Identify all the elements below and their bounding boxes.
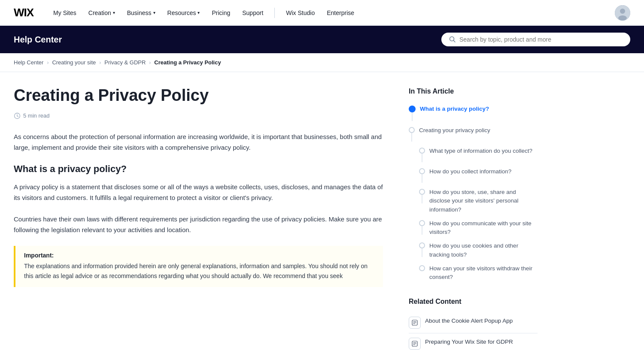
user-avatar[interactable] <box>615 5 630 21</box>
toc-list: What is a privacy policy? Creating your … <box>409 102 538 284</box>
search-box[interactable] <box>441 33 630 46</box>
toc-label-creating[interactable]: Creating your privacy policy <box>419 126 490 135</box>
breadcrumb-current: Creating a Privacy Policy <box>154 59 221 66</box>
svg-line-7 <box>17 116 18 117</box>
section1-para1: A privacy policy is a statement that dis… <box>14 182 383 203</box>
main-layout: Creating a Privacy Policy 5 min read As … <box>0 72 644 354</box>
nav-pricing[interactable]: Pricing <box>206 6 236 20</box>
breadcrumb: Help Center › Creating your site › Priva… <box>0 53 644 72</box>
toc-dot-active <box>409 106 416 112</box>
nav-resources[interactable]: Resources ▾ <box>161 6 206 20</box>
search-icon <box>449 36 456 43</box>
nav-enterprise[interactable]: Enterprise <box>321 6 360 20</box>
sidebar: In This Article What is a privacy policy… <box>409 86 538 354</box>
toc-label-what-is[interactable]: What is a privacy policy? <box>420 105 489 113</box>
nav-wix-studio[interactable]: Wix Studio <box>280 6 321 20</box>
toc-dot <box>419 168 425 174</box>
related-label-cookie: About the Cookie Alert Popup App <box>425 317 513 325</box>
related-title: Related Content <box>409 298 538 306</box>
read-time: 5 min read <box>14 112 383 119</box>
breadcrumb-creating-your-site[interactable]: Creating your site <box>52 59 96 66</box>
nav-creation[interactable]: Creation ▾ <box>82 6 121 20</box>
article-intro: As concerns about the protection of pers… <box>14 131 383 153</box>
wix-logo[interactable]: wix <box>14 6 33 19</box>
chevron-down-icon: ▾ <box>113 10 115 15</box>
important-label: Important: <box>24 252 374 259</box>
breadcrumb-separator: › <box>149 60 151 66</box>
breadcrumb-help-center[interactable]: Help Center <box>14 59 43 66</box>
important-text: The explanations and information provide… <box>24 261 374 281</box>
nav-support[interactable]: Support <box>236 6 269 20</box>
read-time-label: 5 min read <box>23 112 49 119</box>
svg-point-2 <box>618 15 627 21</box>
toc-item-communicate: How do you communicate with your site vi… <box>409 217 538 239</box>
toc-label-how-collect[interactable]: How do you collect information? <box>429 167 511 176</box>
related-label-gdpr-prep: Preparing Your Wix Site for GDPR <box>425 338 513 346</box>
toc-section: In This Article What is a privacy policy… <box>409 88 538 284</box>
svg-point-1 <box>620 9 625 14</box>
breadcrumb-separator: › <box>99 60 101 66</box>
toc-dot <box>419 189 425 195</box>
toc-label-type-info[interactable]: What type of information do you collect? <box>429 147 532 155</box>
section1-para2: Countries have their own laws with diffe… <box>14 214 383 236</box>
toc-label-how-store[interactable]: How do you store, use, share and disclos… <box>429 188 538 214</box>
toc-dot <box>419 148 425 154</box>
nav-links: My Sites Creation ▾ Business ▾ Resources… <box>47 6 615 20</box>
toc-item-creating: Creating your privacy policy <box>409 124 538 144</box>
section1-heading: What is a privacy policy? <box>14 163 383 175</box>
toc-item-type-info: What type of information do you collect? <box>409 144 538 165</box>
nav-right <box>615 5 630 21</box>
toc-item-how-store: How do you store, use, share and disclos… <box>409 185 538 217</box>
related-item-cookie[interactable]: About the Cookie Alert Popup App <box>409 312 538 333</box>
toc-item-withdraw: How can your site visitors withdraw thei… <box>409 262 538 284</box>
help-center-title: Help Center <box>14 35 62 45</box>
breadcrumb-privacy-gdpr[interactable]: Privacy & GDPR <box>104 59 146 66</box>
toc-title: In This Article <box>409 88 538 95</box>
toc-label-communicate[interactable]: How do you communicate with your site vi… <box>429 219 538 237</box>
chevron-down-icon: ▾ <box>153 10 155 15</box>
top-navigation: wix My Sites Creation ▾ Business ▾ Resou… <box>0 0 644 26</box>
search-input[interactable] <box>459 36 623 43</box>
document-icon <box>409 317 421 329</box>
document-icon <box>409 338 421 350</box>
related-item-gdpr-prep[interactable]: Preparing Your Wix Site for GDPR <box>409 333 538 354</box>
toc-label-withdraw[interactable]: How can your site visitors withdraw thei… <box>429 264 538 282</box>
nav-divider <box>274 8 275 18</box>
article-title: Creating a Privacy Policy <box>14 86 383 106</box>
toc-dot <box>409 127 415 133</box>
clock-icon <box>14 112 21 119</box>
help-bar: Help Center <box>0 26 644 53</box>
toc-dot <box>419 242 425 248</box>
svg-line-4 <box>454 41 456 42</box>
content-area: Creating a Privacy Policy 5 min read As … <box>14 86 383 354</box>
chevron-down-icon: ▾ <box>197 10 200 15</box>
nav-my-sites[interactable]: My Sites <box>47 6 82 20</box>
related-section: Related Content About the Cookie Alert P… <box>409 298 538 354</box>
article-body: As concerns about the protection of pers… <box>14 131 383 287</box>
toc-dot <box>419 220 425 226</box>
toc-item-what-is: What is a privacy policy? <box>409 102 538 124</box>
toc-item-cookies: How do you use cookies and other trackin… <box>409 239 538 262</box>
toc-label-cookies[interactable]: How do you use cookies and other trackin… <box>429 242 538 259</box>
toc-item-how-collect: How do you collect information? <box>409 165 538 185</box>
breadcrumb-separator: › <box>47 60 49 66</box>
toc-dot <box>419 265 425 271</box>
important-box: Important: The explanations and informat… <box>14 246 383 287</box>
nav-business[interactable]: Business ▾ <box>121 6 161 20</box>
